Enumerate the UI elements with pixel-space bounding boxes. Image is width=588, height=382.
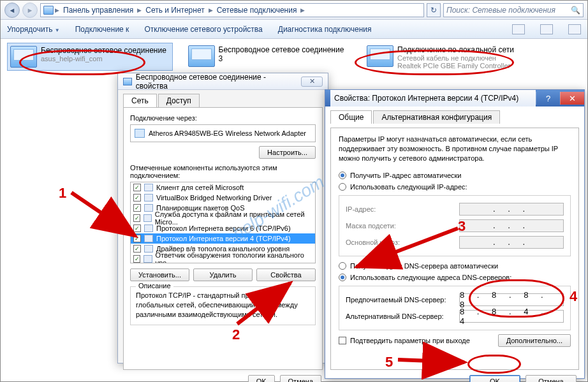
chevron-right-icon: ▶ <box>300 7 305 13</box>
gateway-field: . . . <box>459 236 564 249</box>
pref-dns-label: Предпочитаемый DNS-сервер: <box>346 296 454 304</box>
explorer-nav: ◄ ► ▶ Панель управления ▶ Сеть и Интерне… <box>1 1 587 20</box>
service-icon <box>144 194 153 202</box>
description-text: Протокол TCP/IP - стандартный протокол г… <box>136 291 310 320</box>
radio-auto-dns[interactable]: Получить адрес DNS-сервера автоматически <box>339 260 571 272</box>
radio-icon <box>339 172 346 179</box>
view-details-icon[interactable] <box>540 24 553 34</box>
disable-device-button[interactable]: Отключение сетевого устройства <box>144 25 262 34</box>
connection-ssid: asus_help-wifi_com <box>41 55 166 62</box>
service-icon <box>144 204 153 212</box>
search-placeholder: Поиск: Сетевые подключения <box>446 6 555 15</box>
search-icon: 🔍 <box>571 6 580 15</box>
component-row[interactable]: ✓Служба доступа к файлам и принтерам сет… <box>131 213 315 223</box>
chevron-right-icon: ▶ <box>137 7 142 13</box>
tab-general[interactable]: Общие <box>330 110 372 124</box>
adapter-selector[interactable]: Atheros AR9485WB-EG Wireless Network Ada… <box>130 124 316 142</box>
advanced-button[interactable]: Дополнительно... <box>498 334 571 347</box>
component-row[interactable]: ✓Протокол Интернета версии 6 (TCP/IPv6) <box>131 223 315 233</box>
diagnose-connection-button[interactable]: Диагностика подключения <box>278 25 372 34</box>
ip-address-field: . . . <box>459 203 564 216</box>
components-list[interactable]: ✓Клиент для сетей Microsoft ✓VirtualBox … <box>130 182 316 263</box>
component-row-ipv4[interactable]: ✓Протокол Интернета версии 4 (TCP/IPv4) <box>131 233 315 244</box>
close-icon[interactable]: ✕ <box>560 92 584 105</box>
radio-icon <box>339 183 346 191</box>
tabs: Общие Альтернативная конфигурация <box>325 107 584 124</box>
refresh-button[interactable]: ↻ <box>427 3 441 17</box>
connection-name: Беспроводное сетевое соединение <box>41 46 166 55</box>
forward-button[interactable]: ► <box>22 3 38 18</box>
connections-area: Беспроводное сетевое соединение asus_hel… <box>1 39 587 72</box>
network-adapter-icon <box>10 46 37 68</box>
alt-dns-label: Альтернативный DNS-сервер: <box>346 312 454 320</box>
back-button[interactable]: ◄ <box>4 3 20 18</box>
dialog-titlebar[interactable]: Беспроводное сетевое соединение - свойст… <box>118 73 328 90</box>
component-row[interactable]: ✓Ответчик обнаружения топологии канально… <box>131 254 315 263</box>
service-icon <box>144 184 153 191</box>
alt-dns-field[interactable]: 8 . 8 . 4 . 4 <box>459 310 564 323</box>
adapter-icon <box>135 129 145 138</box>
component-row[interactable]: ✓Клиент для сетей Microsoft <box>131 182 315 193</box>
ipv4-properties-dialog: Свойства: Протокол Интернета версии 4 (T… <box>325 89 585 379</box>
ip-settings-group: IP-адрес: . . . Маска подсети: . . . Осн… <box>339 195 571 256</box>
adapter-name: Atheros AR9485WB-EG Wireless Network Ada… <box>149 129 306 137</box>
radio-manual-ip[interactable]: Использовать следующий IP-адрес: <box>339 181 571 193</box>
install-button[interactable]: Установить... <box>130 268 189 281</box>
address-bar[interactable]: ▶ Панель управления ▶ Сеть и Интернет ▶ … <box>40 3 424 17</box>
radio-manual-dns[interactable]: Использовать следующие адреса DNS-сервер… <box>339 272 571 283</box>
properties-button[interactable]: Свойства <box>256 268 316 281</box>
connection-adapter: Realtek PCIe GBE Family Controller <box>397 62 514 70</box>
protocol-icon <box>144 235 153 242</box>
help-icon[interactable] <box>568 24 581 34</box>
ip-address-label: IP-адрес: <box>346 205 454 213</box>
view-layout-icon[interactable] <box>512 24 525 34</box>
breadcrumb-1[interactable]: Панель управления <box>61 6 136 15</box>
network-icon <box>123 78 132 85</box>
connection-properties-dialog: Беспроводное сетевое соединение - свойст… <box>117 73 328 364</box>
description-group: Описание Протокол TCP/IP - стандартный п… <box>130 286 316 325</box>
subnet-mask-field: . . . <box>459 219 564 232</box>
tab-alt-config[interactable]: Альтернативная конфигурация <box>373 110 500 124</box>
connection-wireless-3[interactable]: Беспроводное сетевое соединение 3 <box>186 43 351 70</box>
general-panel: Параметры IP могут назначаться автоматич… <box>330 128 579 370</box>
chevron-right-icon: ▶ <box>55 7 59 13</box>
cancel-button[interactable]: Отмена <box>280 375 321 382</box>
radio-auto-ip[interactable]: Получить IP-адрес автоматически <box>339 170 571 181</box>
dialog-titlebar[interactable]: Свойства: Протокол Интернета версии 4 (T… <box>325 90 584 107</box>
help-icon[interactable]: ? <box>536 92 560 105</box>
connect-via-label: Подключение через: <box>130 114 316 122</box>
breadcrumb-2[interactable]: Сеть и Интернет <box>143 6 207 15</box>
toolbar: Упорядочить ▼ Подключение к Отключение с… <box>1 20 587 39</box>
component-row[interactable]: ✓VirtualBox Bridged Networking Driver <box>131 193 315 203</box>
tab-network[interactable]: Сеть <box>123 94 157 107</box>
components-label: Отмеченные компоненты используются этим … <box>130 164 316 179</box>
ok-button[interactable]: OK <box>469 375 520 382</box>
connection-lan[interactable]: Подключение по локальной сети Сетевой ка… <box>364 43 530 72</box>
radio-icon <box>339 274 346 281</box>
close-icon[interactable]: ✕ <box>301 77 323 87</box>
pref-dns-field[interactable]: 8 . 8 . 8 . 8 <box>459 293 564 306</box>
remove-button[interactable]: Удалить <box>193 268 253 281</box>
connect-to-button[interactable]: Подключение к <box>75 25 129 34</box>
tab-access[interactable]: Доступ <box>158 94 200 107</box>
description-title: Описание <box>136 282 173 290</box>
network-adapter-icon <box>367 45 393 67</box>
cancel-button[interactable]: Отмена <box>526 375 577 382</box>
network-panel: Подключение через: Atheros AR9485WB-EG W… <box>123 107 323 370</box>
configure-button[interactable]: Настроить... <box>259 146 316 159</box>
connection-wireless-1[interactable]: Беспроводное сетевое соединение asus_hel… <box>7 43 173 71</box>
breadcrumb-3[interactable]: Сетевые подключения <box>214 6 300 15</box>
confirm-on-exit-checkbox[interactable]: Подтвердить параметры при выходе Дополни… <box>339 334 571 347</box>
tabs: Сеть Доступ <box>118 90 328 107</box>
connection-name: Подключение по локальной сети <box>397 45 514 54</box>
driver-icon <box>144 245 153 253</box>
connection-status: Сетевой кабель не подключен <box>397 54 514 62</box>
chevron-right-icon: ▶ <box>209 7 213 13</box>
search-input[interactable]: Поиск: Сетевые подключения 🔍 <box>443 3 584 17</box>
info-text: Параметры IP могут назначаться автоматич… <box>339 135 571 163</box>
organize-menu[interactable]: Упорядочить ▼ <box>7 25 60 34</box>
dns-settings-group: Предпочитаемый DNS-сервер:8 . 8 . 8 . 8 … <box>339 286 571 330</box>
gateway-label: Основной шлюз: <box>346 239 454 246</box>
dialog-title: Свойства: Протокол Интернета версии 4 (T… <box>330 90 536 107</box>
ok-button[interactable]: OK <box>248 375 275 382</box>
